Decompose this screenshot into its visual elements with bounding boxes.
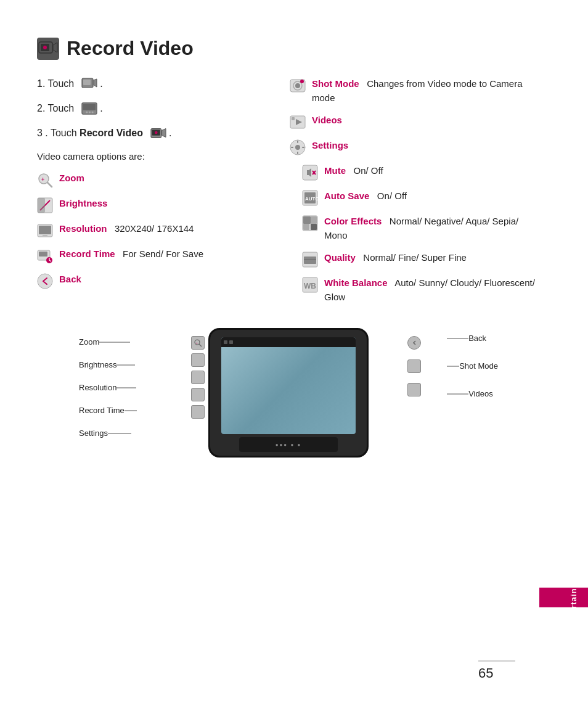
mute-label: Mute: [324, 165, 346, 176]
svg-line-17: [47, 183, 52, 187]
phone-body: ●●● ● ●: [208, 328, 369, 458]
back-label: Back: [59, 274, 81, 284]
settings-sub-options: Mute On/ Off AUTO: [290, 164, 540, 304]
quality-icon: [302, 252, 318, 268]
svg-point-15: [155, 131, 158, 134]
screen-indicator-2: [229, 340, 233, 344]
auto-save-desc: On/ Off: [372, 191, 407, 201]
diagram-container: Zoom Brightness Resolution Record Time S…: [79, 325, 498, 467]
phone-screen: [221, 337, 356, 434]
brightness-label: Brightness: [59, 198, 107, 208]
svg-text:AUTO: AUTO: [305, 196, 318, 202]
svg-rect-11: [92, 112, 94, 113]
step-3-icon: [150, 126, 166, 140]
option-color-effects: Color Effects Normal/ Negative/ Aqua/ Se…: [302, 215, 540, 242]
screen-indicator-1: [224, 340, 227, 344]
resolution-text: Resolution 320X240/ 176X144: [59, 222, 194, 236]
quality-desc: Normal/ Fine/ Super Fine: [358, 252, 467, 263]
settings-icon: [290, 139, 306, 155]
auto-save-text: Auto Save On/ Off: [324, 189, 407, 203]
diag-record-time-text: Record Time: [79, 406, 125, 415]
option-back: Back: [37, 273, 271, 289]
diag-label-zoom: Zoom: [79, 337, 137, 347]
left-side-buttons: +: [191, 336, 205, 419]
title-icon: [37, 38, 59, 60]
resolution-desc: 320X240/ 176X144: [110, 223, 194, 234]
svg-marker-5: [94, 79, 97, 87]
step-2: 2. Touch .: [37, 102, 271, 115]
zoom-label: Zoom: [59, 173, 84, 183]
diag-resolution-text: Resolution: [79, 383, 116, 392]
svg-rect-40: [297, 141, 298, 143]
option-white-balance: WB White Balance Auto/ Sunny/ Cloudy/ Fl…: [302, 276, 540, 304]
phone-bottom-nav: ●●● ● ●: [239, 437, 338, 452]
mute-text: Mute On/ Off: [324, 164, 383, 178]
page-line: [478, 660, 515, 662]
svg-rect-21: [38, 198, 45, 213]
step-3-text: 3 . Touch Record Video: [37, 128, 143, 139]
svg-point-3: [43, 46, 47, 49]
record-time-label: Record Time: [59, 248, 115, 259]
phone-nav-text: ●●● ● ●: [276, 442, 302, 448]
settings-text: Settings: [312, 139, 348, 153]
diag-shot-mode-text: Shot Mode: [459, 361, 498, 371]
svg-text:WB: WB: [304, 282, 316, 290]
svg-marker-13: [162, 129, 166, 138]
svg-rect-52: [311, 216, 317, 224]
option-mute: Mute On/ Off: [302, 164, 540, 181]
diagram-labels-left: Zoom Brightness Resolution Record Time S…: [79, 337, 137, 438]
svg-rect-9: [86, 112, 88, 113]
diag-label-videos: Videos: [447, 389, 498, 398]
record-time-desc: For Send/ For Save: [118, 248, 203, 259]
btn-videos: [407, 383, 421, 396]
option-quality: Quality Normal/ Fine/ Super Fine: [302, 251, 540, 268]
diag-label-settings: Settings: [79, 429, 137, 438]
videos-label: Videos: [312, 115, 342, 125]
diag-label-record-time: Record Time: [79, 406, 137, 415]
svg-rect-10: [89, 112, 91, 113]
videos-text: Videos: [312, 113, 342, 128]
svg-rect-53: [303, 224, 309, 230]
step-1-icon: [81, 77, 97, 91]
option-shot-mode: Shot Mode Changes from Video mode to Cam…: [290, 77, 540, 105]
svg-rect-51: [303, 216, 311, 224]
page-title: Record Video: [67, 37, 194, 60]
brightness-text: Brightness: [59, 197, 107, 211]
option-resolution: Resolution 320X240/ 176X144: [37, 222, 271, 239]
screen-top-bar: [221, 337, 356, 347]
sidebar-entertainment-tab: Entertainment: [539, 588, 588, 607]
svg-rect-41: [297, 152, 298, 154]
option-auto-save: AUTO Auto Save On/ Off: [302, 189, 540, 206]
auto-save-label: Auto Save: [324, 191, 369, 201]
title-row: Record Video: [37, 37, 540, 60]
svg-line-66: [199, 344, 202, 347]
color-effects-icon: [302, 215, 318, 231]
shot-mode-icon: [290, 78, 306, 94]
shot-mode-label: Shot Mode: [312, 78, 359, 89]
btn-brightness: [191, 353, 205, 367]
screen-content: [221, 337, 356, 434]
diag-label-resolution: Resolution: [79, 383, 137, 392]
mute-icon: [302, 165, 318, 181]
brightness-icon: [37, 197, 53, 213]
svg-marker-1: [53, 43, 57, 52]
svg-rect-56: [304, 257, 316, 264]
btn-settings: [191, 405, 205, 419]
diag-zoom-text: Zoom: [79, 337, 99, 347]
btn-record-time: [191, 388, 205, 401]
svg-rect-54: [311, 224, 317, 230]
quality-text: Quality Normal/ Fine/ Super Fine: [324, 251, 467, 265]
diag-label-brightness: Brightness: [79, 360, 137, 369]
svg-rect-23: [39, 226, 51, 234]
white-balance-label: White Balance: [324, 277, 388, 288]
svg-point-34: [300, 80, 304, 83]
svg-rect-37: [292, 117, 295, 120]
quality-label: Quality: [324, 252, 356, 263]
shot-mode-text: Shot Mode Changes from Video mode to Cam…: [312, 77, 540, 105]
diag-brightness-text: Brightness: [79, 360, 116, 369]
step-3: 3 . Touch Record Video .: [37, 126, 271, 140]
zoom-text: Zoom: [59, 171, 84, 186]
svg-text:+: +: [41, 176, 44, 183]
diag-label-back: Back: [447, 334, 498, 343]
diag-settings-text: Settings: [79, 429, 108, 438]
